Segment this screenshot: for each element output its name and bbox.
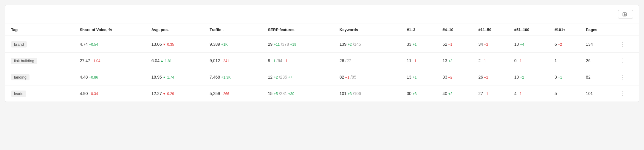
- kw-value: 101: [340, 91, 346, 96]
- table-row: leads 4.90 –0.34 12.27 0.29 5,259 –266 1…: [5, 85, 639, 102]
- pos4-10-cell: 13 +3: [439, 53, 475, 69]
- delta-value: +3: [348, 92, 352, 96]
- pos4-10-cell: 40 +2: [439, 85, 475, 102]
- delta-value: +3: [413, 92, 417, 96]
- col-header-traffic: Traffic ↓: [207, 24, 265, 36]
- traffic-value: 5,259: [210, 91, 220, 96]
- more-cell[interactable]: ⋮: [614, 36, 639, 53]
- col-header-keywords: Keywords: [337, 24, 404, 36]
- more-button[interactable]: ⋮: [617, 90, 628, 97]
- delta-value: –241: [221, 59, 229, 63]
- pos101-cell: 6 –2: [552, 36, 583, 53]
- delta-value: +5: [274, 92, 278, 96]
- sort-icon: ↓: [222, 28, 224, 32]
- pages-value: 26: [586, 58, 591, 63]
- export-icon: [623, 12, 627, 16]
- keywords-cell: 82 –1 /85: [337, 69, 404, 85]
- delta-value: –1: [448, 42, 452, 47]
- delta-value: 0.35: [167, 42, 174, 47]
- arrow-up-icon: [163, 76, 165, 78]
- pages-cell: 82: [583, 69, 614, 85]
- col-header-pos1-3: #1–3: [404, 24, 439, 36]
- pos11-50-value: 34: [479, 42, 483, 47]
- delta-value: –1: [413, 59, 417, 63]
- serp-cell: 15 +5 /281 +30: [265, 85, 336, 102]
- pos101-value: 6: [555, 42, 557, 47]
- pos51-100-value: 0: [514, 58, 517, 63]
- export-button[interactable]: [618, 10, 633, 19]
- tag-badge: landing: [11, 74, 30, 80]
- traffic-cell: 9,389 +1K: [207, 36, 265, 53]
- sov-cell: 4.74 +0.54: [77, 36, 148, 53]
- delta-value: –2: [484, 42, 488, 47]
- delta-value: +1: [413, 75, 417, 79]
- kw-slash: /145: [353, 42, 361, 47]
- more-cell[interactable]: ⋮: [614, 85, 639, 102]
- avg-cell: 18.95 1.74: [148, 69, 207, 85]
- delta-value: –1.04: [91, 59, 100, 63]
- pos11-50-cell: 2 –1: [476, 53, 511, 69]
- pos101-value: 5: [555, 91, 557, 96]
- avg-value: 18.95: [151, 75, 162, 79]
- header: [5, 5, 639, 24]
- delta-value: +0.54: [89, 42, 98, 47]
- keywords-cell: 101 +3 /106: [337, 85, 404, 102]
- pos4-10-value: 62: [442, 42, 447, 47]
- more-cell[interactable]: ⋮: [614, 69, 639, 85]
- tag-badge: leads: [11, 91, 26, 97]
- delta-value: +0.86: [89, 75, 98, 79]
- more-cell[interactable]: ⋮: [614, 53, 639, 69]
- traffic-value: 9,389: [210, 42, 220, 47]
- pos11-50-value: 27: [479, 91, 483, 96]
- delta-value: –2: [558, 42, 562, 47]
- table-row: landing 4.48 +0.86 18.95 1.74 7,468 +1.3…: [5, 69, 639, 85]
- kw-slash: /27: [345, 58, 351, 63]
- avg-value: 12.27: [151, 91, 162, 96]
- delta-value: –1: [482, 59, 486, 63]
- delta-value: –1: [484, 92, 488, 96]
- avg-cell: 12.27 0.29: [148, 85, 207, 102]
- more-button[interactable]: ⋮: [617, 40, 628, 48]
- pos101-cell: 3 +1: [552, 69, 583, 85]
- pos51-100-value: 4: [514, 91, 517, 96]
- pos1-3-cell: 13 +1: [404, 69, 439, 85]
- serp-value: 12: [268, 75, 273, 79]
- delta-value: 1.81: [165, 59, 172, 63]
- more-button[interactable]: ⋮: [617, 73, 628, 81]
- avg-cell: 13.06 0.35: [148, 36, 207, 53]
- pos101-value: 3: [555, 75, 557, 79]
- delta-value: +1.3K: [221, 75, 231, 79]
- sov-value: 27.47: [80, 58, 90, 63]
- pages-cell: 101: [583, 85, 614, 102]
- more-button[interactable]: ⋮: [617, 57, 628, 65]
- delta-value: –0.34: [89, 92, 98, 96]
- delta-value: –1: [345, 75, 349, 79]
- pages-value: 101: [586, 91, 593, 96]
- delta-value: +2: [274, 75, 278, 79]
- pos11-50-value: 2: [479, 58, 481, 63]
- pages-cell: 26: [583, 53, 614, 69]
- delta-value: 0.29: [167, 92, 174, 96]
- sov-cell: 4.90 –0.34: [77, 85, 148, 102]
- kw-slash: /106: [353, 91, 361, 96]
- delta-value: –1: [518, 92, 521, 96]
- kw-value: 139: [340, 42, 346, 47]
- keywords-cell: 26 /27: [337, 53, 404, 69]
- arrow-up-icon: [161, 60, 163, 62]
- pos101-cell: 5: [552, 85, 583, 102]
- avg-cell: 6.04 1.81: [148, 53, 207, 69]
- keywords-cell: 139 +2 /145: [337, 36, 404, 53]
- delta-value: +30: [288, 92, 294, 96]
- pos51-100-value: 10: [514, 75, 519, 79]
- tag-badge: brand: [11, 41, 27, 48]
- pos51-100-cell: 10 +2: [511, 69, 552, 85]
- col-header-tag: Tag: [5, 24, 77, 36]
- tag-cell: landing: [5, 69, 77, 85]
- pos1-3-value: 13: [407, 75, 411, 79]
- pos1-3-cell: 11 –1: [404, 53, 439, 69]
- delta-value: –2: [448, 75, 452, 79]
- col-header-pos4-10: #4–10: [439, 24, 475, 36]
- kw-value: 82: [340, 75, 344, 79]
- delta-value: –1: [271, 59, 275, 63]
- serp-slash: /378: [281, 42, 289, 47]
